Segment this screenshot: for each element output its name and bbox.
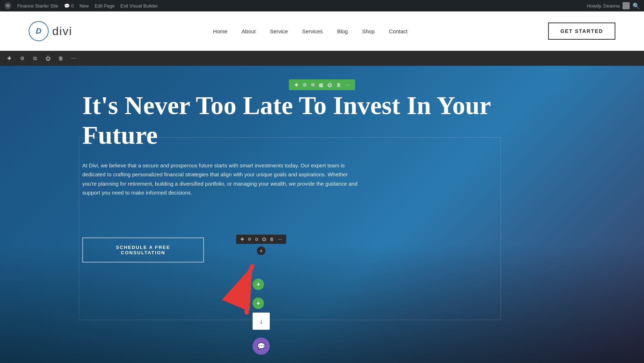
nav-contact[interactable]: Contact (382, 25, 414, 37)
comment-icon: 💬 (64, 3, 70, 9)
admin-bar: W Finance Starter Site 💬 0 New Edit Page… (0, 0, 644, 11)
main-nav: Home About Service Services Blog Shop Co… (206, 25, 414, 37)
module-power-icon[interactable]: ⏻ (260, 236, 268, 242)
site-header: D divi Home About Service Services Blog … (0, 11, 644, 51)
nav-service[interactable]: Service (264, 25, 294, 37)
hero-description: At Divi, we believe that a secure and pr… (82, 161, 358, 197)
row-power-icon[interactable]: ⏻ (326, 81, 334, 89)
admin-edit-page[interactable]: Edit Page (94, 3, 114, 9)
nav-about[interactable]: About (235, 25, 262, 37)
vb-toolbar: ✚ ⚙ ⧉ ⏻ 🗑 ⋯ (0, 51, 644, 66)
vb-copy-icon[interactable]: ⧉ (31, 55, 39, 62)
row-copy-icon[interactable]: ⧉ (309, 81, 316, 89)
admin-comments[interactable]: 💬 0 (64, 3, 74, 9)
admin-exit-builder[interactable]: Exit Visual Builder (121, 3, 158, 9)
module-more-icon[interactable]: ⋯ (276, 236, 283, 242)
module-settings-icon[interactable]: ⚙ (246, 236, 253, 242)
logo-circle: D (29, 21, 49, 41)
hero-section: ✚ ⚙ ⧉ ▦ ⏻ 🗑 ⋯ It's Never Too Late To Inv… (0, 66, 644, 363)
schedule-consultation-button[interactable]: SCHEDULE A FREE CONSULTATION (82, 237, 204, 263)
logo-area: D divi (29, 21, 72, 41)
vb-trash-icon[interactable]: 🗑 (57, 55, 64, 62)
admin-search-icon[interactable]: 🔍 (633, 3, 640, 9)
module-toolbar: ✚ ⚙ ⧉ ⏻ 🗑 ⋯ (236, 235, 286, 244)
scroll-down-button[interactable]: ↓ (253, 313, 270, 330)
howdy-text: Howdy, Deanna (587, 3, 620, 9)
vb-settings-icon[interactable]: ⚙ (19, 55, 26, 62)
admin-avatar (623, 2, 630, 9)
nav-shop[interactable]: Shop (356, 25, 381, 37)
row-trash-icon[interactable]: 🗑 (335, 81, 343, 89)
nav-home[interactable]: Home (206, 25, 234, 37)
row-add-green-plus[interactable]: + (253, 298, 264, 309)
row-settings-icon[interactable]: ⚙ (301, 81, 309, 89)
hero-content: It's Never Too Late To Invest In Your Fu… (82, 91, 497, 210)
vb-power-icon[interactable]: ⏻ (44, 55, 52, 62)
module-add-plus[interactable]: + (257, 246, 265, 255)
section-add-green-plus[interactable]: + (253, 279, 264, 290)
module-add-icon[interactable]: ✚ (239, 236, 245, 242)
row-add-icon[interactable]: ✚ (293, 81, 300, 89)
admin-new[interactable]: New (79, 3, 89, 9)
vb-add-icon[interactable]: ✚ (6, 55, 13, 62)
get-started-button[interactable]: GET STARTED (548, 23, 615, 40)
row-more-icon[interactable]: ⋯ (343, 81, 352, 89)
module-trash-icon[interactable]: 🗑 (268, 236, 275, 242)
row-columns-icon[interactable]: ▦ (317, 81, 325, 89)
nav-services[interactable]: Services (296, 25, 330, 37)
support-bubble[interactable]: 💬 (253, 338, 270, 355)
hero-title: It's Never Too Late To Invest In Your Fu… (82, 91, 497, 150)
cta-area: SCHEDULE A FREE CONSULTATION (82, 237, 497, 263)
nav-blog[interactable]: Blog (331, 25, 354, 37)
wp-logo: W (4, 2, 11, 9)
chat-icon: 💬 (257, 342, 265, 350)
row-toolbar: ✚ ⚙ ⧉ ▦ ⏻ 🗑 ⋯ (289, 79, 355, 90)
logo-text: divi (52, 25, 72, 38)
vb-more-icon[interactable]: ⋯ (70, 55, 77, 62)
admin-site-name[interactable]: Finance Starter Site (17, 3, 58, 9)
module-copy-icon[interactable]: ⧉ (254, 236, 260, 242)
